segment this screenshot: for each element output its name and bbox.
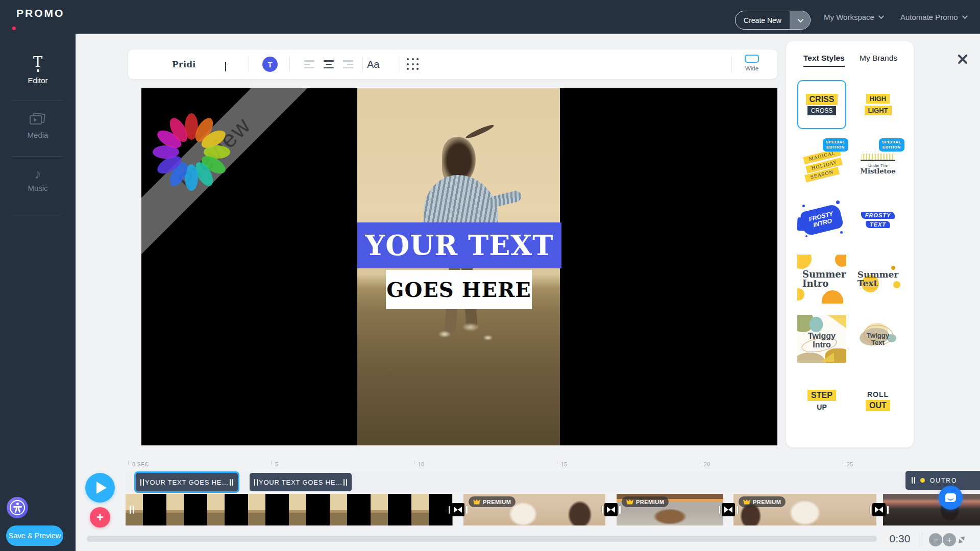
crown-icon [743,499,750,505]
automate-promo-menu[interactable]: Automate Promo [900,0,966,34]
toolbar-divider [731,57,732,72]
app-window: PROMO Create New My Workspace Automate P… [0,0,980,551]
special-edition-badge: SPECIALEDITION [879,138,904,152]
transition-icon[interactable] [716,503,741,517]
my-workspace-menu[interactable]: My Workspace [824,0,883,34]
save-preview-button[interactable]: Save & Preview [6,525,63,546]
chat-button[interactable] [939,486,963,510]
toolbar-divider [249,57,249,72]
text-overlay-line2[interactable]: GOES HERE [386,270,532,309]
text-color-button[interactable]: T [262,57,278,72]
ruler-label: 0 SEC [132,461,149,467]
tab-my-brands[interactable]: My Brands [860,54,897,63]
font-family-select[interactable]: Pridi [172,49,196,79]
sidebar-item-editor[interactable]: T Editor [0,55,76,85]
brand-name: PROMO [16,7,64,19]
create-new-dropdown[interactable] [790,11,810,29]
style-frosty-intro[interactable]: FROSTYINTRO [797,195,846,244]
sidebar-divider [12,100,63,101]
wide-toggle-label: Wide [739,65,765,71]
trim-handle-icon[interactable] [912,477,915,484]
music-icon: ♪ [0,167,76,181]
trim-handle-icon[interactable] [140,479,144,486]
text-styles-panel: Text Styles My Brands CRISS CROSS HIGH L… [786,41,914,447]
text-clip-2[interactable]: YOUR TEXT GOES HE… [250,473,352,491]
style-twiggy-intro[interactable]: TwiggyIntro [797,315,846,363]
chevron-down-icon [878,13,884,19]
transition-icon[interactable] [445,503,471,517]
special-edition-badge: SPECIALEDITION [823,138,848,152]
wide-toggle-icon [745,55,759,63]
play-icon [96,482,107,494]
close-icon[interactable] [955,52,970,66]
style-step-up[interactable]: STEP UP [797,376,846,425]
promo-logo[interactable]: PROMO [11,7,64,19]
automate-promo-label: Automate Promo [900,13,958,21]
video-clip-beach[interactable] [126,494,453,525]
zoom-out-button[interactable]: − [929,533,942,546]
text-tool-icon: T [0,55,76,72]
trim-handle-icon[interactable] [230,479,233,486]
trim-handle-icon[interactable] [344,479,347,486]
style-criss-cross[interactable]: CRISS CROSS [797,80,846,129]
style-summer-text[interactable]: SummerText [853,255,902,304]
video-canvas[interactable]: Preview YOUR TEXT GOES HERE [141,88,777,445]
ruler-label: 15 [561,461,568,467]
tab-text-styles[interactable]: Text Styles [803,54,845,67]
zoom-in-button[interactable]: + [943,533,956,546]
outro-clip[interactable]: OUTRO [905,471,980,490]
style-twiggy-text[interactable]: TwiggyText [853,315,902,364]
ruler-label: 5 [275,461,278,467]
chat-icon [945,493,956,502]
align-center-icon[interactable] [324,60,334,68]
premium-badge: PREMIUM [622,496,669,507]
style-summer-intro[interactable]: SummerIntro [797,255,846,304]
wide-toggle[interactable]: Wide [739,55,765,71]
text-clip-1[interactable]: YOUR TEXT GOES HE… [136,473,238,491]
outro-dot-icon [920,478,925,483]
play-button[interactable] [85,473,115,503]
my-workspace-label: My Workspace [824,13,874,21]
ruler-label: 25 [847,461,853,467]
style-high-light[interactable]: HIGH LIGHT [853,80,902,129]
transition-icon[interactable] [866,503,892,517]
sidebar-item-music[interactable]: ♪ Music [0,167,76,192]
chevron-down-icon [798,16,803,22]
media-icon [30,113,46,126]
sidebar-item-media[interactable]: Media [0,113,76,139]
align-right-icon[interactable] [343,60,353,68]
animation-grid-icon[interactable] [407,58,420,71]
trim-handle-icon[interactable] [130,506,134,514]
trim-handle-icon[interactable] [254,479,258,486]
sidebar-divider [12,213,63,213]
crown-icon [626,499,633,505]
chevron-down-icon [962,13,967,19]
accessibility-button[interactable] [7,497,28,518]
tinsel-decoration [861,154,895,160]
topbar: PROMO Create New My Workspace Automate P… [0,0,980,34]
video-duration: 0:30 [882,533,918,545]
font-size-button[interactable]: Aa [367,49,379,79]
text-overlay-line1[interactable]: YOUR TEXT [357,222,561,268]
crown-icon [473,499,480,505]
sidebar: T Editor Media ♪ Music Save & Preview Di… [0,34,76,551]
timeline-scrollbar[interactable] [87,536,877,542]
align-left-icon[interactable] [304,60,314,68]
add-scene-button[interactable]: + [90,507,110,528]
style-frosty-text[interactable]: FROSTY TEXT [853,195,902,244]
style-roll-out[interactable]: ROLL OUT [853,376,902,425]
toolbar-divider [362,57,363,72]
premium-badge: PREMIUM [739,496,786,507]
fit-timeline-icon[interactable] [957,535,967,545]
style-under-the-mistletoe[interactable]: SPECIALEDITION Under The Mistletoe [853,136,902,185]
toolbar-divider [289,57,290,72]
transition-icon[interactable] [598,503,624,517]
sidebar-item-label: Editor [0,76,76,85]
create-new-label[interactable]: Create New [736,11,790,29]
ruler-label: 20 [704,461,710,467]
chevron-down-icon[interactable] [225,62,226,71]
create-new-button[interactable]: Create New [735,11,811,30]
style-magical-holiday-season[interactable]: SPECIALEDITION MAGICAL HOLIDAY SEASON [797,136,846,185]
video-clip-bridge[interactable] [883,494,980,525]
ruler-label: 10 [418,461,425,467]
